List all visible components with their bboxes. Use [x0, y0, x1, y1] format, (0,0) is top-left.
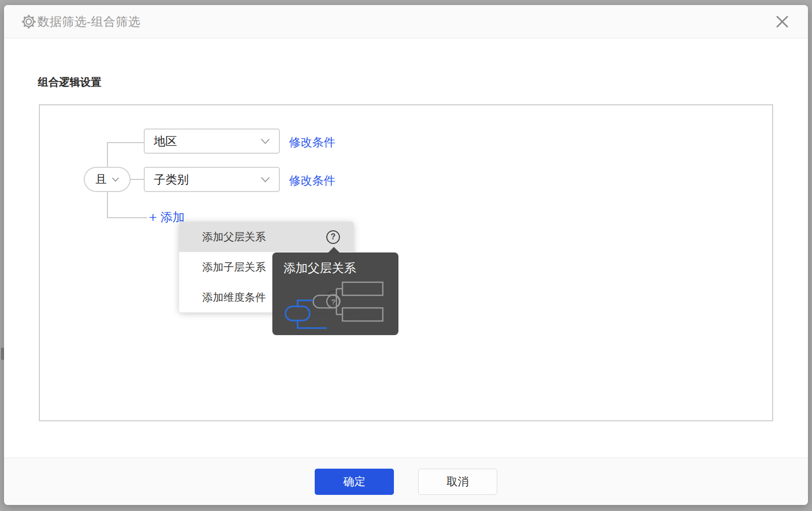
- close-button[interactable]: [774, 13, 791, 30]
- condition-field-value-1: 地区: [154, 134, 177, 149]
- section-heading: 组合逻辑设置: [38, 75, 101, 89]
- dialog-footer: 确定 取消: [4, 458, 808, 505]
- help-icon[interactable]: ?: [326, 230, 340, 244]
- cancel-button[interactable]: 取消: [418, 469, 497, 495]
- tooltip-title: 添加父层关系: [283, 260, 356, 276]
- logic-operator-value: 且: [96, 172, 107, 187]
- diagram-help-glyph: ?: [331, 297, 335, 306]
- condition-field-dropdown-2[interactable]: 子类别: [144, 167, 280, 192]
- dialog-title: 数据筛选-组合筛选: [37, 14, 141, 30]
- close-icon: [775, 15, 789, 29]
- tooltip-caret-icon: [328, 247, 340, 253]
- tree-branch-line-2: [130, 179, 144, 180]
- logic-operator-dropdown[interactable]: 且: [84, 167, 131, 192]
- menu-item-label: 添加子层关系: [202, 260, 266, 274]
- tree-branch-line-add: [107, 217, 147, 218]
- modify-condition-link-1[interactable]: 修改条件: [289, 135, 335, 150]
- tree-branch-line-1: [107, 142, 144, 143]
- gear-icon: [21, 14, 36, 29]
- condition-field-dropdown-1[interactable]: 地区: [144, 129, 280, 154]
- help-tooltip: 添加父层关系 ?: [272, 252, 398, 335]
- plus-icon: ＋: [146, 208, 159, 226]
- condition-field-value-2: 子类别: [154, 172, 189, 187]
- data-filter-dialog: 数据筛选-组合筛选 组合逻辑设置 且: [4, 5, 808, 505]
- dialog-titlebar: 数据筛选-组合筛选: [4, 5, 808, 38]
- chevron-down-icon: [261, 177, 270, 182]
- chevron-down-icon: [112, 177, 119, 182]
- logic-canvas: 且 地区 修改条件 子类别 修改条件: [39, 104, 773, 421]
- chevron-down-icon: [261, 139, 270, 144]
- dialog-content: 组合逻辑设置 且 地区 修改条件: [4, 39, 808, 458]
- confirm-button[interactable]: 确定: [315, 469, 394, 495]
- menu-item-label: 添加维度条件: [202, 290, 266, 304]
- modify-condition-link-2[interactable]: 修改条件: [289, 173, 335, 188]
- menu-item-label: 添加父层关系: [202, 230, 266, 244]
- parent-relation-diagram: ?: [274, 279, 395, 333]
